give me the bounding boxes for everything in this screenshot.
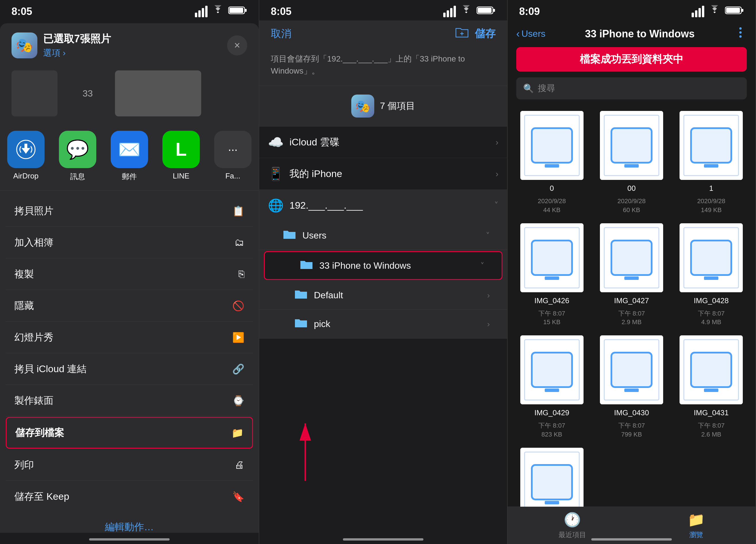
svg-rect-32 — [611, 241, 652, 275]
users-folder-icon — [282, 228, 297, 243]
file-item-img0427[interactable]: IMG_0427 下午 8:07 2.9 MB — [596, 223, 667, 327]
new-folder-button[interactable] — [455, 26, 469, 41]
files-topbar: 取消 儲存 — [259, 20, 507, 47]
iphone-location-icon: 📱 — [268, 166, 284, 181]
svg-rect-5 — [493, 9, 495, 12]
file-thumb-img0432 — [520, 448, 584, 517]
item-count-row: 🎭 7 個項目 — [259, 86, 507, 126]
status-bar-1: 8:05 — [0, 0, 259, 20]
location-network[interactable]: 🌐 192.___.___.___ ˅ — [259, 190, 507, 221]
action-copy-photo[interactable]: 拷貝照片 📋 — [6, 195, 253, 227]
copy-icon: ⎘ — [239, 268, 244, 280]
svg-rect-33 — [624, 276, 639, 280]
action-save-keep[interactable]: 儲存至 Keep 🔖 — [6, 481, 253, 512]
app-airdrop[interactable]: AirDrop — [0, 131, 52, 182]
file-meta-00: 2020/9/28 60 KB — [617, 197, 646, 215]
battery-icon-1 — [228, 5, 247, 18]
file-name-img0426: IMG_0426 — [534, 296, 569, 305]
search-bar[interactable]: 🔍 搜尋 — [516, 77, 747, 99]
page-title: 33 iPhone to Windows — [550, 28, 730, 40]
file-meta-0: 2020/9/28 44 KB — [538, 197, 566, 215]
browse-icon: 📁 — [688, 512, 705, 528]
close-button[interactable]: × — [227, 35, 247, 55]
file-item-img0428[interactable]: IMG_0428 下午 8:07 4.9 MB — [676, 223, 747, 327]
file-item-img0430[interactable]: IMG_0430 下午 8:07 799 KB — [596, 335, 667, 439]
action-slideshow[interactable]: 幻燈片秀 ▶️ — [6, 322, 253, 353]
status-time-2: 8:05 — [271, 5, 291, 18]
slideshow-icon: ▶️ — [232, 332, 244, 343]
tab-recents[interactable]: 🕐 最近項目 — [559, 512, 586, 539]
file-name-img0428: IMG_0428 — [694, 296, 729, 305]
app-mail[interactable]: ✉️ 郵件 — [103, 131, 155, 182]
sub-item-pick[interactable]: pick › — [259, 310, 507, 339]
share-avatar: 🎭 — [11, 32, 37, 58]
location-icloud[interactable]: ☁️ iCloud 雲碟 › — [259, 126, 507, 158]
svg-point-12 — [739, 31, 742, 34]
svg-rect-29 — [545, 276, 559, 280]
svg-point-11 — [739, 27, 742, 30]
app-message[interactable]: 💬 訊息 — [52, 131, 103, 182]
sub-item-33iphone[interactable]: 33 iPhone to Windows ˅ — [264, 251, 502, 280]
file-meta-img0429: 下午 8:07 823 KB — [538, 421, 565, 439]
app-line[interactable]: L LINE — [155, 131, 207, 182]
line-label: LINE — [173, 172, 189, 180]
app-more[interactable]: ··· Fa... — [207, 131, 259, 182]
action-save-file[interactable]: 儲存到檔案 📁 — [6, 417, 253, 449]
network-arrow-icon: ˅ — [494, 200, 498, 210]
action-copy-icloud[interactable]: 拷貝 iCloud 連結 🔗 — [6, 353, 253, 385]
svg-rect-41 — [545, 389, 559, 392]
edit-actions[interactable]: 編輯動作… — [0, 512, 259, 533]
file-name-img0430: IMG_0430 — [614, 408, 649, 417]
file-name-1: 1 — [709, 184, 713, 193]
save-button[interactable]: 儲存 — [475, 27, 496, 41]
file-item-00[interactable]: 00 2020/9/28 60 KB — [596, 111, 667, 215]
file-item-img0429[interactable]: IMG_0429 下午 8:07 823 KB — [516, 335, 587, 439]
action-add-album[interactable]: 加入相簿 🗂 — [6, 227, 253, 258]
sub-item-default[interactable]: Default › — [259, 281, 507, 310]
action-hide[interactable]: 隱藏 🚫 — [6, 290, 253, 322]
svg-rect-2 — [229, 8, 243, 13]
default-folder-icon — [294, 288, 308, 303]
message-icon: 💬 — [59, 131, 96, 168]
status-bar-2: 8:05 — [259, 0, 507, 20]
icloud-location-icon: ☁️ — [268, 135, 284, 150]
signal-icon-1 — [195, 6, 208, 17]
file-name-img0431: IMG_0431 — [694, 408, 729, 417]
pick-chevron-icon: › — [487, 320, 490, 329]
svg-rect-36 — [691, 241, 731, 275]
default-chevron-icon: › — [487, 291, 490, 300]
svg-rect-20 — [611, 128, 652, 163]
action-watch-face[interactable]: 製作錶面 ⌚ — [6, 385, 253, 416]
location-iphone[interactable]: 📱 我的 iPhone › — [259, 158, 507, 190]
avatar-icon: 🎭 — [351, 95, 374, 118]
action-print[interactable]: 列印 🖨 — [6, 449, 253, 481]
cancel-button[interactable]: 取消 — [271, 27, 291, 41]
more-icon: ··· — [214, 131, 252, 168]
file-name-img0429: IMG_0429 — [534, 408, 569, 417]
network-location-icon: 🌐 — [268, 198, 284, 213]
share-subtitle[interactable]: 選項 › — [43, 47, 221, 59]
sub-item-users[interactable]: Users ˅ — [259, 221, 507, 250]
file-item-1[interactable]: 1 2020/9/28 149 KB — [676, 111, 747, 215]
battery-icon-2 — [477, 5, 496, 18]
pick-folder-icon — [294, 316, 308, 332]
action-copy[interactable]: 複製 ⎘ — [6, 258, 253, 290]
file-meta-img0428: 下午 8:07 4.9 MB — [698, 309, 725, 327]
svg-rect-17 — [545, 164, 559, 168]
svg-rect-28 — [532, 241, 572, 275]
search-icon: 🔍 — [523, 83, 534, 93]
file-location-list: ☁️ iCloud 雲碟 › 📱 我的 iPhone › 🌐 192.___._… — [259, 126, 507, 339]
status-bar-3: 8:09 — [508, 0, 755, 20]
files-info: 項目會儲存到「192.___.___.___」上的「33 iPhone to W… — [259, 47, 507, 86]
more-button[interactable] — [734, 26, 747, 41]
file-name-00: 00 — [628, 184, 636, 193]
tab-browse[interactable]: 📁 瀏覽 — [688, 512, 705, 539]
file-item-img0431[interactable]: IMG_0431 下午 8:07 2.6 MB — [676, 335, 747, 439]
search-placeholder: 搜尋 — [538, 82, 555, 94]
back-button[interactable]: ‹ Users — [516, 28, 546, 40]
file-thumb-img0427 — [600, 223, 663, 292]
file-item-0[interactable]: 0 2020/9/28 44 KB — [516, 111, 587, 215]
file-item-img0426[interactable]: IMG_0426 下午 8:07 15 KB — [516, 223, 587, 327]
svg-rect-49 — [704, 389, 718, 392]
panel-files-nav: 8:05 — [259, 0, 508, 544]
